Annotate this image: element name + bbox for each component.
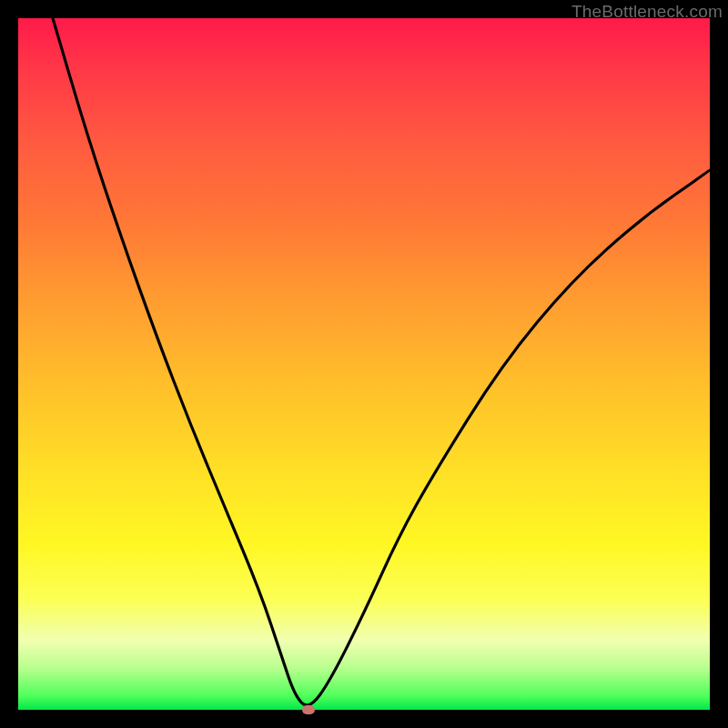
chart-frame: TheBottleneck.com (0, 0, 728, 728)
bottleneck-curve (18, 18, 710, 710)
minimum-marker (302, 705, 315, 714)
plot-area (18, 18, 710, 710)
watermark-text: TheBottleneck.com (571, 2, 723, 22)
